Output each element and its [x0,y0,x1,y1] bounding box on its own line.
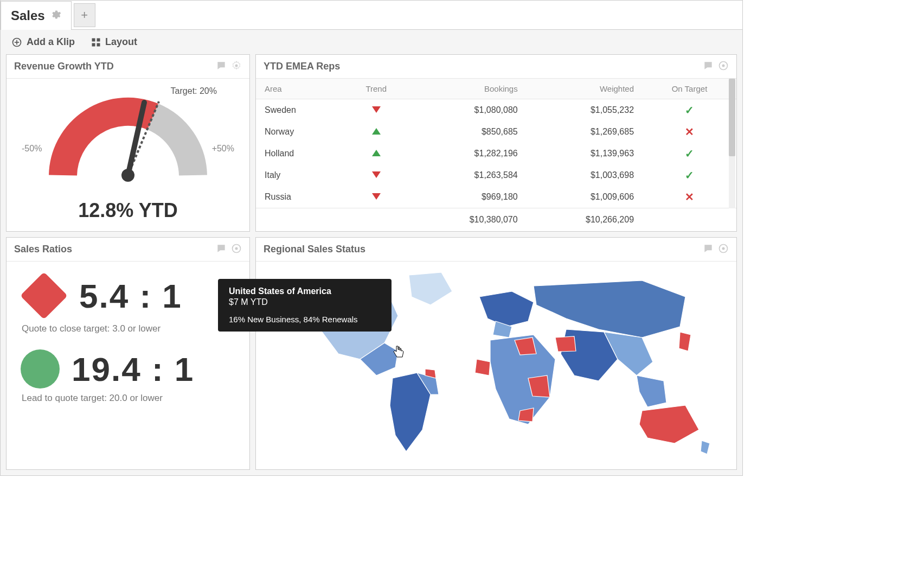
check-icon: ✓ [685,104,694,116]
table-row[interactable]: Holland$1,282,196$1,139,963✓ [256,143,736,164]
layout-grid-icon [91,37,101,47]
widget-header: YTD EMEA Reps [256,55,736,79]
add-tab-button[interactable]: + [74,3,95,27]
svg-point-16 [722,247,725,250]
comment-icon[interactable] [216,60,227,73]
cell-weighted: $1,055,232 [527,99,643,122]
gear-icon[interactable] [231,60,242,73]
gauge-value: 12.8% YTD [12,199,244,222]
toolbar: Add a Klip Layout [1,30,742,54]
tooltip-country: United States of America [229,286,381,296]
svg-point-14 [235,247,238,250]
cell-weighted: $1,269,685 [527,121,643,143]
cell-bookings: $1,263,584 [410,164,526,186]
gear-icon[interactable] [50,8,61,23]
cell-weighted: $1,003,698 [527,164,643,186]
add-klip-button[interactable]: Add a Klip [11,36,75,48]
comment-icon[interactable] [703,243,714,256]
table-row[interactable]: Sweden$1,080,080$1,055,232✓ [256,99,736,122]
widget-header: Sales Ratios [7,238,249,262]
circle-icon [21,349,60,388]
col-weighted[interactable]: Weighted [527,79,643,99]
col-ontarget[interactable]: On Target [643,79,736,99]
cell-trend [342,186,410,208]
cursor-hand-icon [393,345,405,362]
cell-trend [342,99,410,122]
widget-header: Regional Sales Status [256,238,736,262]
reps-table: Area Trend Bookings Weighted On Target S… [256,79,736,231]
col-bookings[interactable]: Bookings [410,79,526,99]
map-tooltip: United States of America $7 M YTD 16% Ne… [218,279,392,332]
tab-sales[interactable]: Sales [1,1,72,30]
cell-weighted: $1,139,963 [527,143,643,164]
scrollbar[interactable] [729,79,735,208]
cell-ontarget: ✕ [643,186,736,208]
total-bookings: $10,380,070 [410,208,526,232]
svg-rect-4 [97,38,100,41]
trend-down-icon [372,106,381,113]
widget-emea-reps: YTD EMEA Reps Area Trend Bookings Weight… [255,54,737,232]
cell-area: Russia [256,186,342,208]
col-trend[interactable]: Trend [342,79,410,99]
cell-ontarget: ✓ [643,164,736,186]
tab-label: Sales [11,8,45,23]
comment-icon[interactable] [216,243,227,256]
trend-down-icon [372,193,381,200]
table-row[interactable]: Norway$850,685$1,269,685✕ [256,121,736,143]
gauge-target-label: Target: 20% [171,86,217,96]
world-map[interactable]: United States of America $7 M YTD 16% Ne… [256,262,736,469]
tooltip-detail: 16% New Business, 84% Renewals [229,315,381,324]
plus-circle-icon [11,37,22,48]
cross-icon: ✕ [685,126,694,138]
trend-up-icon [372,128,381,135]
cell-bookings: $1,282,196 [410,143,526,164]
dashboard: Sales + Add a Klip Layout Revenue Grow [0,0,743,476]
table-row[interactable]: Italy$1,263,584$1,003,698✓ [256,164,736,186]
widget-title: YTD EMEA Reps [264,61,340,72]
gauge-max-label: +50% [212,144,234,154]
add-klip-label: Add a Klip [27,36,75,48]
svg-rect-3 [92,38,95,41]
comment-icon[interactable] [703,60,714,73]
svg-rect-5 [92,43,95,46]
cell-ontarget: ✓ [643,99,736,122]
svg-point-7 [235,65,238,67]
plus-icon: + [81,8,88,22]
table-row[interactable]: Russia$969,180$1,009,606✕ [256,186,736,208]
cell-trend [342,164,410,186]
ratio-quote-to-close: 5.4 : 1 [21,272,235,319]
gear-icon[interactable] [231,243,242,256]
check-icon: ✓ [685,148,694,160]
diamond-icon [20,272,68,320]
ratio-note: Quote to close target: 3.0 or lower [22,323,235,334]
svg-point-10 [121,169,134,182]
gauge-svg [30,88,226,197]
trend-down-icon [372,171,381,178]
cell-trend [342,121,410,143]
gauge-chart: Target: 20% -50% +50% 12.8% YTD [7,79,249,230]
svg-point-12 [722,65,725,67]
gear-icon[interactable] [718,60,729,73]
widget-regional-sales: Regional Sales Status United States of A… [255,237,737,470]
gear-icon[interactable] [718,243,729,256]
cell-weighted: $1,009,606 [527,186,643,208]
cell-bookings: $1,080,080 [410,99,526,122]
widget-revenue-growth: Revenue Growth YTD Target: 20% -50% +50% [6,54,250,232]
layout-button[interactable]: Layout [91,36,137,48]
ratio-lead-to-quote: 19.4 : 1 [21,349,235,388]
cell-area: Italy [256,164,342,186]
scrollbar-thumb[interactable] [729,79,735,156]
widget-header: Revenue Growth YTD [7,55,249,79]
cell-bookings: $969,180 [410,186,526,208]
col-area[interactable]: Area [256,79,342,99]
widget-title: Regional Sales Status [264,244,365,255]
total-weighted: $10,266,209 [527,208,643,232]
cell-ontarget: ✕ [643,121,736,143]
layout-label: Layout [105,36,137,48]
ratio-value: 5.4 : 1 [79,277,182,315]
tooltip-amount: $7 M YTD [229,297,268,307]
tabs-row: Sales + [1,1,742,30]
ratio-note: Lead to quote target: 20.0 or lower [22,393,235,404]
cell-bookings: $850,685 [410,121,526,143]
cell-ontarget: ✓ [643,143,736,164]
